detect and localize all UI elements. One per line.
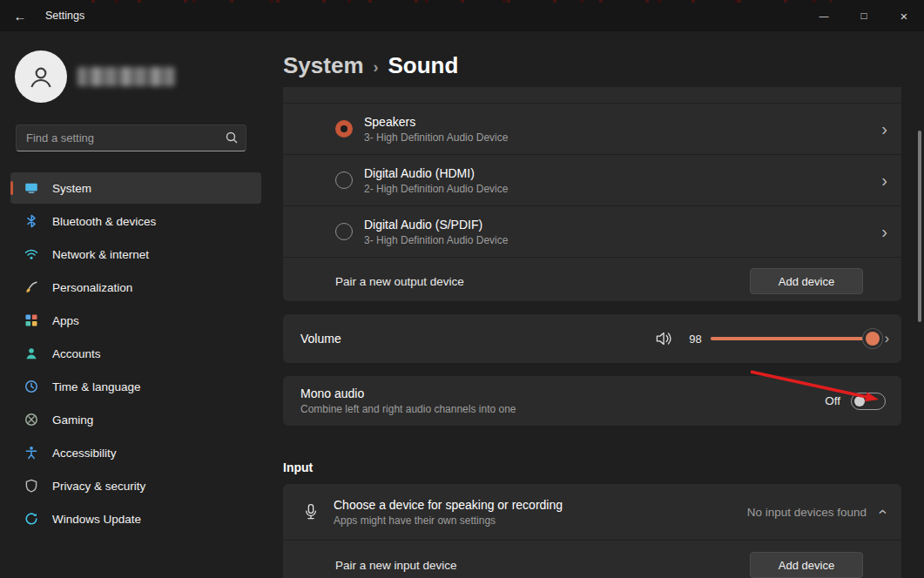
microphone-icon — [304, 503, 321, 521]
sidebar-item-label: Personalization — [52, 281, 132, 294]
mono-audio-state-label: Off — [825, 394, 840, 407]
device-name: Speakers — [364, 115, 508, 129]
sidebar-item-system[interactable]: System — [10, 172, 261, 204]
page-title: Sound — [388, 52, 459, 79]
output-devices-card: Speakers 3- High Definition Audio Device… — [283, 87, 901, 301]
sidebar-item-bluetooth-devices[interactable]: Bluetooth & devices — [10, 205, 261, 237]
sidebar-item-accounts[interactable]: Accounts — [10, 338, 261, 369]
search-input[interactable] — [16, 124, 246, 151]
titlebar: ← Settings — □ × — [0, 0, 924, 31]
sidebar-item-windows-update[interactable]: Windows Update — [10, 503, 261, 534]
device-description: 3- High Definition Audio Device — [364, 131, 508, 144]
breadcrumb-separator-icon: › — [374, 58, 379, 77]
volume-slider[interactable] — [711, 330, 876, 347]
sidebar-item-network-internet[interactable]: Network & internet — [10, 239, 261, 270]
sidebar-item-label: Apps — [52, 314, 79, 327]
device-row-speakers[interactable]: Speakers 3- High Definition Audio Device… — [283, 104, 901, 155]
volume-value: 98 — [683, 333, 702, 346]
pair-output-label: Pair a new output device — [335, 275, 464, 288]
sidebar-item-apps[interactable]: Apps — [10, 305, 261, 336]
pair-output-row: Pair a new output device Add device — [283, 258, 901, 301]
sidebar-item-label: Time & language — [52, 380, 141, 393]
app-title: Settings — [45, 10, 84, 22]
close-button[interactable]: × — [884, 0, 924, 31]
scrollbar-thumb[interactable] — [918, 131, 921, 322]
add-input-device-button[interactable]: Add device — [750, 552, 863, 578]
sidebar-item-label: Gaming — [52, 413, 93, 427]
radio-speakers[interactable] — [335, 120, 353, 138]
user-name-redacted — [78, 67, 175, 86]
section-title-input: Input — [283, 460, 313, 474]
volume-label: Volume — [300, 332, 341, 346]
volume-slider-thumb[interactable] — [866, 332, 880, 346]
mono-audio-toggle[interactable] — [851, 393, 886, 410]
pair-input-row: Pair a new input device Add device — [283, 541, 901, 578]
avatar[interactable] — [15, 50, 67, 103]
input-choose-subtitle: Apps might have their own settings — [334, 514, 563, 527]
sidebar-item-accessibility[interactable]: Accessibility — [10, 437, 261, 468]
person-icon — [24, 346, 38, 360]
device-row-digital-audio-hdmi[interactable]: Digital Audio (HDMI) 2- High Definition … — [283, 155, 901, 206]
display-icon — [24, 181, 38, 195]
input-status: No input devices found — [747, 506, 867, 519]
input-card: Choose a device for speaking or recordin… — [283, 484, 901, 578]
sidebar-item-gaming[interactable]: Gaming — [10, 404, 261, 435]
breadcrumb-system[interactable]: System — [283, 52, 364, 79]
sidebar-item-privacy-security[interactable]: Privacy & security — [10, 470, 261, 501]
chevron-right-icon: › — [881, 223, 887, 240]
bluetooth-icon — [24, 214, 38, 228]
selected-indicator — [10, 181, 13, 195]
device-row-digital-audio-spdif[interactable]: Digital Audio (S/PDIF) 3- High Definitio… — [283, 206, 901, 258]
update-arrows-icon — [24, 512, 38, 526]
volume-slider-fill — [711, 337, 873, 340]
window-controls: — □ × — [804, 0, 924, 31]
chevron-right-icon: › — [881, 171, 887, 189]
chevron-right-icon: › — [881, 120, 887, 138]
mono-audio-subtitle: Combine left and right audio channels in… — [300, 403, 516, 415]
clock-icon — [24, 380, 38, 393]
back-arrow-icon: ← — [14, 9, 27, 24]
speaker-icon[interactable] — [655, 331, 674, 346]
mono-audio-title: Mono audio — [300, 386, 516, 400]
device-name: Digital Audio (S/PDIF) — [364, 218, 508, 232]
sidebar-item-label: Windows Update — [52, 513, 141, 526]
toggle-knob — [854, 396, 865, 407]
device-description: 2- High Definition Audio Device — [364, 183, 508, 195]
search-box — [16, 124, 246, 151]
shield-icon — [24, 479, 38, 493]
sidebar-item-label: Accounts — [52, 347, 101, 360]
back-button[interactable]: ← — [0, 0, 40, 31]
user-icon — [27, 63, 55, 91]
minimize-icon: — — [819, 10, 829, 21]
add-output-device-button[interactable]: Add device — [750, 268, 863, 294]
sidebar-item-label: Network & internet — [52, 248, 149, 261]
search-icon[interactable] — [226, 131, 238, 144]
pair-input-label: Pair a new input device — [335, 559, 457, 572]
sidebar-item-label: System — [52, 182, 91, 195]
sidebar-item-label: Privacy & security — [52, 480, 145, 493]
device-description: 3- High Definition Audio Device — [364, 234, 508, 246]
maximize-icon: □ — [860, 10, 867, 22]
radio-digital-audio-spdif[interactable] — [335, 223, 353, 240]
xbox-icon — [24, 413, 38, 427]
volume-card: Volume 98 › — [283, 314, 901, 363]
input-device-row[interactable]: Choose a device for speaking or recordin… — [283, 484, 901, 541]
close-icon: × — [900, 9, 908, 24]
sidebar-item-label: Accessibility — [52, 447, 117, 460]
breadcrumb: System › Sound — [283, 52, 458, 79]
sidebar-item-time-language[interactable]: Time & language — [10, 371, 261, 402]
sidebar: System Bluetooth & devices Network & int… — [0, 31, 272, 578]
accessibility-icon — [24, 446, 38, 460]
device-name: Digital Audio (HDMI) — [364, 166, 508, 180]
volume-expand-chevron-icon[interactable]: › — [885, 332, 889, 346]
minimize-button[interactable]: — — [804, 0, 844, 31]
sidebar-nav: System Bluetooth & devices Network & int… — [0, 171, 272, 536]
sidebar-item-personalization[interactable]: Personalization — [10, 272, 261, 303]
paintbrush-icon — [24, 280, 38, 294]
sidebar-item-label: Bluetooth & devices — [52, 215, 156, 228]
chevron-up-icon[interactable]: › — [873, 509, 889, 514]
maximize-button[interactable]: □ — [844, 0, 884, 31]
radio-digital-audio-hdmi[interactable] — [335, 171, 353, 189]
top-edge-artifact-strip — [91, 0, 832, 3]
input-choose-title: Choose a device for speaking or recordin… — [334, 498, 563, 512]
